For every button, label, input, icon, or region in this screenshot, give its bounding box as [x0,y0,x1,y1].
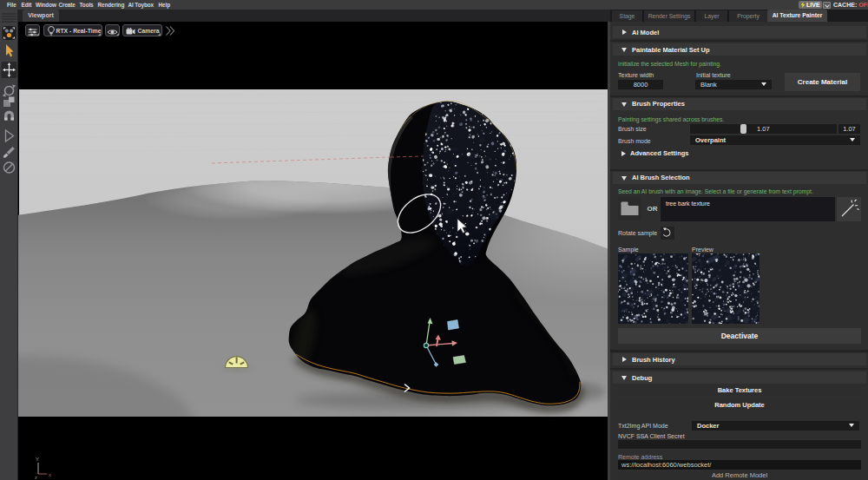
svg-text:x: x [49,472,51,477]
svg-text:z: z [35,475,37,480]
svg-text:Y: Y [36,457,39,462]
